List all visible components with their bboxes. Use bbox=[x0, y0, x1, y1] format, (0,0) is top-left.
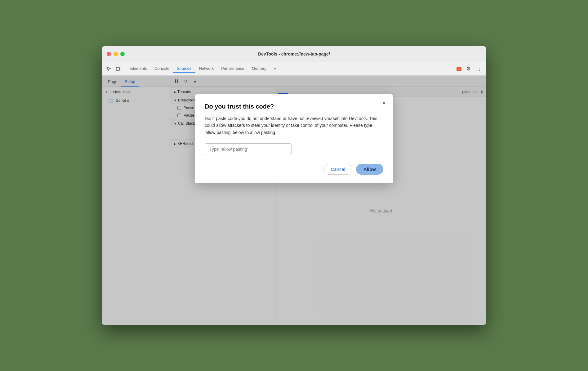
selector-tool-icon[interactable] bbox=[104, 65, 113, 73]
svg-rect-1 bbox=[120, 68, 121, 70]
devtools-toolbar: Elements Console Sources Network Perform… bbox=[102, 62, 486, 76]
allow-pasting-input[interactable] bbox=[205, 143, 292, 155]
modal-buttons: Cancel Allow bbox=[205, 164, 383, 175]
close-icon: × bbox=[382, 100, 386, 106]
devtools-window: DevTools - chrome://new-tab-page/ Elemen… bbox=[102, 46, 486, 325]
svg-rect-0 bbox=[116, 67, 119, 70]
devtools-main: Page Snipp + + New snip 📄 Script s bbox=[102, 76, 486, 325]
modal-close-button[interactable]: × bbox=[380, 99, 388, 107]
traffic-lights bbox=[107, 52, 125, 56]
trust-code-dialog: × Do you trust this code? Don't paste co… bbox=[195, 94, 393, 183]
modal-title: Do you trust this code? bbox=[205, 103, 383, 110]
allow-button[interactable]: Allow bbox=[356, 164, 383, 175]
modal-body: Don't paste code you do not understand o… bbox=[205, 115, 383, 136]
notification-badge: 1 bbox=[457, 67, 461, 71]
devtools-tabs: Elements Console Sources Network Perform… bbox=[127, 65, 280, 73]
modal-overlay: × Do you trust this code? Don't paste co… bbox=[102, 76, 486, 325]
title-bar: DevTools - chrome://new-tab-page/ bbox=[102, 46, 486, 62]
close-button[interactable] bbox=[107, 52, 111, 56]
tab-elements[interactable]: Elements bbox=[127, 65, 151, 73]
tab-memory[interactable]: Memory bbox=[248, 65, 270, 73]
window-title: DevTools - chrome://new-tab-page/ bbox=[258, 51, 330, 56]
device-toggle-icon[interactable] bbox=[114, 65, 123, 73]
toolbar-right: 1 ⚙ ⋮ bbox=[457, 65, 484, 73]
minimize-button[interactable] bbox=[114, 52, 118, 56]
maximize-button[interactable] bbox=[120, 52, 125, 56]
settings-icon[interactable]: ⚙ bbox=[464, 65, 473, 73]
devtools-body: Elements Console Sources Network Perform… bbox=[102, 62, 486, 325]
tab-network[interactable]: Network bbox=[195, 65, 218, 73]
tab-more[interactable]: » bbox=[270, 65, 280, 73]
tab-console[interactable]: Console bbox=[151, 65, 173, 73]
tab-performance[interactable]: Performance bbox=[217, 65, 248, 73]
cancel-button[interactable]: Cancel bbox=[323, 164, 352, 175]
more-options-icon[interactable]: ⋮ bbox=[475, 65, 484, 73]
tab-sources[interactable]: Sources bbox=[173, 65, 195, 73]
